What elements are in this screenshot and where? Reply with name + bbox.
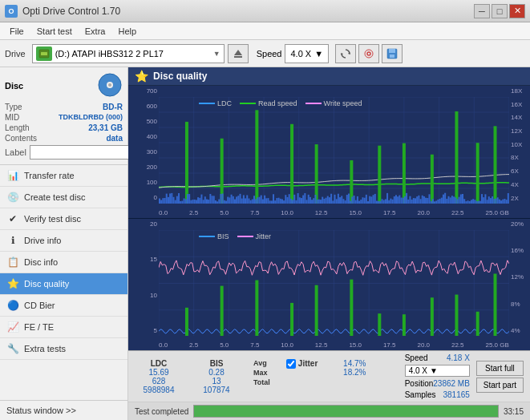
sidebar-item-verify-test-disc[interactable]: ✔ Verify test disc	[0, 208, 127, 230]
legend-bis-color	[199, 236, 215, 237]
jitter-label: Jitter	[298, 359, 318, 368]
menu-start-test[interactable]: Start test	[30, 25, 79, 38]
start-part-button[interactable]: Start part	[476, 378, 524, 393]
sidebar-item-disc-quality[interactable]: ⭐ Disc quality	[0, 273, 127, 295]
ldc-header: LDC	[151, 359, 168, 368]
menu-file[interactable]: File	[3, 25, 30, 38]
disc-title: Disc	[5, 81, 23, 91]
sidebar-item-label: Verify test disc	[24, 214, 81, 224]
refresh-button[interactable]	[335, 44, 356, 63]
disc-contents-row: Contents data	[5, 134, 123, 143]
disc-length-value: 23,31 GB	[88, 123, 123, 132]
sidebar-item-label: Create test disc	[24, 192, 85, 202]
sidebar-item-disc-info[interactable]: 📋 Disc info	[0, 252, 127, 273]
disc-mid-row: MID TDKBLDRBD (000)	[5, 113, 123, 122]
menu-help[interactable]: Help	[111, 25, 143, 38]
speed-select-sm[interactable]: 4.0 X ▼	[405, 365, 470, 377]
minimize-button[interactable]: ─	[474, 4, 490, 18]
save-button[interactable]	[382, 44, 403, 63]
svg-point-6	[367, 52, 370, 55]
progress-row: Test completed 33:15	[128, 402, 530, 420]
sidebar-item-extra-tests[interactable]: 🔧 Extra tests	[0, 338, 127, 360]
samples-label: Samples	[405, 390, 436, 399]
legend-bis: BIS	[199, 232, 229, 240]
jitter-max: 18.2%	[343, 368, 366, 377]
sidebar-item-cd-bier[interactable]: 🔵 CD Bier	[0, 295, 127, 317]
settings-button[interactable]	[358, 44, 379, 63]
disc-graphic-icon	[97, 72, 123, 99]
stat-col-ldc: LDC 15.69 628 5988984	[135, 359, 183, 394]
window-controls: ─ □ ✕	[474, 4, 525, 18]
svg-point-13	[108, 83, 111, 87]
chart-bottom-area: BIS Jitter	[159, 230, 509, 337]
chart-bottom: 20 15 10 5 20% 16% 12% 8% 4% BI	[128, 219, 530, 351]
fe-te-icon: 📈	[6, 321, 19, 333]
disc-type-row: Type BD-R	[5, 103, 123, 111]
drive-selector[interactable]: (D:) ATAPI iHBS312 2 PL17 ▼	[32, 44, 225, 63]
progress-time: 33:15	[504, 407, 524, 416]
speed-dropdown-arrow: ▼	[314, 49, 323, 59]
eject-button[interactable]	[228, 44, 249, 63]
disc-type-label: Type	[5, 103, 22, 111]
total-row-label: Total	[253, 378, 270, 386]
chart-top-y-right: 18X 16X 14X 12X 10X 8X 6X 4X 2X	[509, 86, 530, 204]
drive-value: (D:) ATAPI iHBS312 2 PL17	[55, 49, 213, 59]
sidebar-item-label: CD Bier	[24, 301, 55, 310]
svg-marker-2	[234, 50, 242, 55]
legend-bis-label: BIS	[217, 232, 229, 240]
drive-icon	[36, 46, 52, 61]
legend-read-speed: Read speed	[240, 99, 297, 107]
drive-info-icon: ℹ	[6, 234, 19, 247]
legend-jitter-label: Jitter	[256, 232, 272, 240]
jitter-checkbox[interactable]	[286, 359, 296, 369]
sidebar-item-fe-te[interactable]: 📈 FE / TE	[0, 317, 127, 338]
nav-items: 📊 Transfer rate 💿 Create test disc ✔ Ver…	[0, 165, 127, 400]
bottom-chart-canvas	[159, 230, 509, 337]
disc-type-value: BD-R	[103, 103, 123, 111]
create-test-disc-icon: 💿	[6, 191, 19, 204]
sidebar-item-label: Transfer rate	[24, 171, 75, 180]
charts-container: 700 600 500 400 300 200 100 0 18X 16X 14…	[128, 86, 530, 350]
jitter-avg: 14.7%	[343, 359, 366, 368]
sidebar-item-create-test-disc[interactable]: 💿 Create test disc	[0, 187, 127, 208]
svg-point-7	[365, 50, 373, 58]
toolbar: Drive (D:) ATAPI iHBS312 2 PL17 ▼ Speed …	[0, 40, 530, 67]
close-button[interactable]: ✕	[509, 4, 525, 18]
disc-label-label: Label	[5, 147, 26, 157]
status-window-button[interactable]: Status window >>	[0, 400, 127, 420]
drive-label: Drive	[5, 49, 26, 59]
disc-label-input[interactable]	[30, 145, 136, 160]
speed-selector[interactable]: 4.0 X ▼	[285, 44, 329, 63]
speed-select-arrow: ▼	[430, 366, 438, 375]
legend-jitter: Jitter	[237, 232, 272, 240]
disc-quality-header: ⭐ Disc quality	[128, 67, 530, 86]
bis-max: 13	[212, 377, 220, 386]
legend-ldc: LDC	[199, 99, 232, 107]
stat-col-jitter: 14.7% 18.2%	[330, 359, 378, 394]
sidebar-item-label: FE / TE	[24, 322, 54, 332]
stat-col-bis: BIS 0.28 13 107874	[192, 359, 241, 394]
legend-ldc-color	[199, 103, 215, 104]
bottom-panel: LDC 15.69 628 5988984 BIS 0.28 13 107874…	[128, 350, 530, 420]
bis-total: 107874	[203, 386, 229, 394]
sidebar-item-transfer-rate[interactable]: 📊 Transfer rate	[0, 165, 127, 187]
speed-select-value: 4.0 X	[409, 366, 427, 375]
sidebar-item-drive-info[interactable]: ℹ Drive info	[0, 230, 127, 252]
legend-write-speed-label: Write speed	[324, 99, 362, 107]
max-row-label: Max	[253, 369, 268, 377]
menu-extra[interactable]: Extra	[79, 25, 112, 38]
legend-jitter-color	[237, 236, 253, 237]
chart-top-y-left: 700 600 500 400 300 200 100 0	[128, 86, 159, 204]
stats-row: LDC 15.69 628 5988984 BIS 0.28 13 107874…	[128, 351, 530, 402]
verify-test-disc-icon: ✔	[6, 212, 19, 225]
legend-write-speed: Write speed	[305, 99, 362, 107]
ldc-avg: 15.69	[148, 368, 168, 377]
disc-quality-icon: ⭐	[6, 277, 19, 290]
ldc-max: 628	[152, 377, 166, 386]
title-bar: O Opti Drive Control 1.70 ─ □ ✕	[0, 0, 530, 22]
sidebar-item-label: Disc info	[24, 257, 58, 267]
bis-header: BIS	[210, 359, 224, 368]
start-full-button[interactable]: Start full	[476, 361, 524, 376]
maximize-button[interactable]: □	[492, 4, 508, 18]
app-title: Opti Drive Control 1.70	[22, 6, 120, 17]
